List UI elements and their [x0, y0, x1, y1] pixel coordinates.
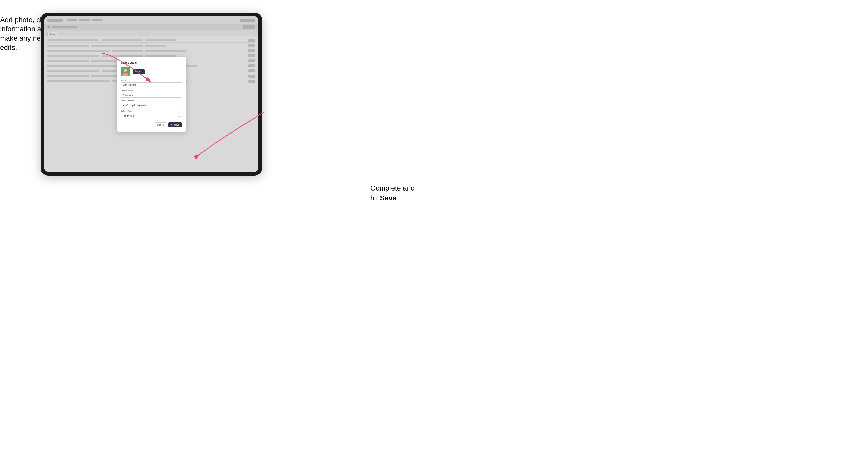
- annotation-right-bold: Save: [380, 194, 396, 202]
- modal-overlay: User details × Upload: [44, 16, 258, 172]
- modal-close-button[interactable]: ×: [180, 61, 182, 64]
- display-name-form-group: Display name: [121, 90, 182, 98]
- save-button[interactable]: ⬆ Save: [168, 122, 182, 127]
- annotation-right: Complete and hit Save.: [370, 183, 431, 203]
- annotation-right-end: .: [397, 194, 399, 202]
- modal-header: User details ×: [121, 61, 182, 64]
- email-input[interactable]: [121, 103, 182, 108]
- school-year-form-group: School Year Fourth Year × ▲ ▼: [121, 110, 182, 119]
- school-year-value: Fourth Year: [123, 115, 134, 117]
- name-input[interactable]: [121, 83, 182, 88]
- modal-footer: Cancel ⬆ Save: [121, 122, 182, 127]
- photo-thumbnail: [121, 67, 130, 76]
- user-details-modal: User details × Upload: [117, 57, 186, 131]
- school-year-label: School Year: [121, 110, 182, 112]
- cancel-button[interactable]: Cancel: [154, 122, 167, 127]
- select-clear-icon[interactable]: ×: [176, 115, 177, 117]
- save-label: Save: [174, 124, 179, 126]
- upload-photo-button[interactable]: Upload: [132, 69, 145, 74]
- school-year-select[interactable]: Fourth Year × ▲ ▼: [121, 113, 182, 119]
- select-arrows-icon: ▲ ▼: [178, 114, 180, 118]
- modal-title: User details: [121, 61, 136, 64]
- annotation-right-line1: Complete and: [370, 184, 415, 192]
- email-label: Email address: [121, 100, 182, 102]
- display-name-label: Display name: [121, 90, 182, 92]
- email-form-group: Email address: [121, 100, 182, 108]
- photo-section: Upload: [121, 67, 182, 76]
- svg-point-1: [124, 69, 127, 72]
- tablet-screen: Users: [44, 16, 258, 172]
- display-name-input[interactable]: [121, 93, 182, 98]
- tablet-device: Users: [41, 13, 262, 176]
- name-form-group: Name: [121, 80, 182, 88]
- name-label: Name: [121, 80, 182, 82]
- save-icon: ⬆: [171, 124, 173, 126]
- annotation-right-line2: hit: [370, 194, 380, 202]
